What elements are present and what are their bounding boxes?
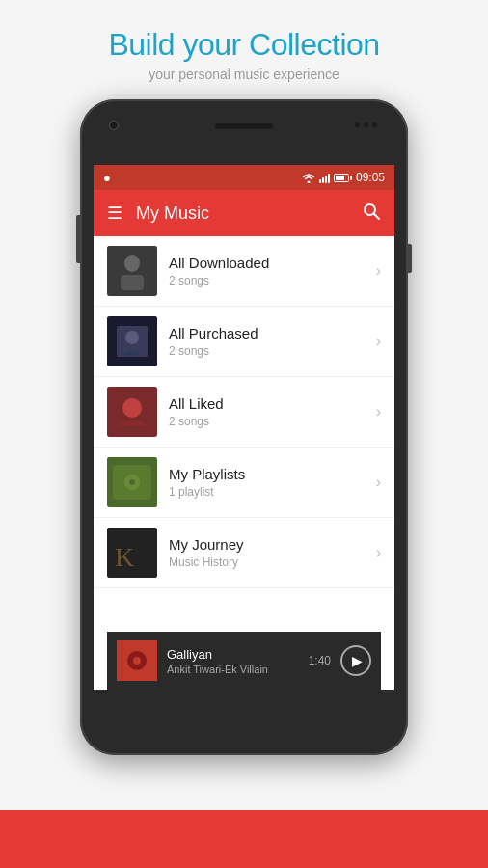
chevron-icon-purchased: › <box>376 333 381 350</box>
svg-line-1 <box>374 213 380 219</box>
item-subtitle-playlists: 1 playlist <box>169 485 365 499</box>
phone-body: ● <box>80 99 408 755</box>
now-playing-bar[interactable]: Galliyan Ankit Tiwari-Ek Villain 1:40 ▶ <box>107 632 381 690</box>
item-info-purchased: All Purchased 2 songs <box>157 325 376 358</box>
item-title-playlists: My Playlists <box>169 466 365 482</box>
phone-mockup: ● <box>80 99 408 755</box>
list-item-all-downloaded[interactable]: All Downloaded 2 songs › <box>94 236 394 307</box>
item-info-playlists: My Playlists 1 playlist <box>157 466 376 499</box>
svg-point-13 <box>129 479 135 485</box>
status-right: 09:05 <box>302 171 385 184</box>
search-icon[interactable] <box>362 202 381 226</box>
page-header: Build your Collection your personal musi… <box>108 0 379 99</box>
battery-body <box>334 174 349 182</box>
chevron-icon-liked: › <box>376 403 381 420</box>
item-info-journey: My Journey Music History <box>157 536 376 569</box>
header-title: Build your Collection <box>108 27 379 63</box>
phone-screen: ● <box>94 165 394 690</box>
phone-dots <box>355 122 377 127</box>
item-thumbnail-downloaded <box>107 246 157 296</box>
wifi-icon <box>302 173 315 183</box>
phone-speaker <box>215 123 273 129</box>
app-bar: ☰ My Music <box>94 190 394 236</box>
list-item-all-purchased[interactable]: All Purchased 2 songs › <box>94 307 394 377</box>
battery-tip <box>350 176 352 180</box>
list-item-my-journey[interactable]: K My Journey Music History › <box>94 518 394 588</box>
item-title-liked: All Liked <box>169 395 365 412</box>
phone-dot <box>355 122 360 127</box>
thumb-img: K <box>107 528 157 578</box>
item-thumbnail-purchased <box>107 316 157 366</box>
item-thumbnail-playlists <box>107 457 157 507</box>
now-playing-title: Galliyan <box>167 647 299 662</box>
thumb-img <box>107 387 157 437</box>
play-button[interactable]: ▶ <box>340 645 371 676</box>
status-time: 09:05 <box>356 171 385 184</box>
power-button[interactable] <box>408 244 412 273</box>
thumb-img <box>107 457 157 507</box>
svg-point-9 <box>122 398 142 418</box>
volume-button[interactable] <box>76 215 80 263</box>
item-title-purchased: All Purchased <box>169 325 365 341</box>
thumb-img <box>107 316 157 366</box>
phone-dot <box>364 122 368 127</box>
phone-camera <box>109 121 119 130</box>
item-thumbnail-liked <box>107 387 157 437</box>
now-playing-time: 1:40 <box>309 654 331 667</box>
app-status-icon: ● <box>103 171 111 185</box>
now-playing-artist: Ankit Tiwari-Ek Villain <box>167 664 299 675</box>
chevron-icon-journey: › <box>376 544 381 561</box>
item-title-downloaded: All Downloaded <box>169 255 365 271</box>
chevron-icon-playlists: › <box>376 474 381 491</box>
chevron-icon-downloaded: › <box>376 262 381 280</box>
hamburger-menu-icon[interactable]: ☰ <box>107 203 122 224</box>
bottom-accent <box>0 810 488 868</box>
now-playing-thumbnail <box>117 640 157 681</box>
svg-point-3 <box>124 255 140 272</box>
phone-dot <box>372 122 377 127</box>
app-bar-title: My Music <box>136 203 348 224</box>
status-bar: ● <box>94 165 394 190</box>
item-info-downloaded: All Downloaded 2 songs <box>157 255 376 287</box>
music-list: All Downloaded 2 songs › <box>94 236 394 588</box>
play-icon: ▶ <box>352 653 363 668</box>
signal-icon <box>319 172 330 183</box>
item-subtitle-liked: 2 songs <box>169 415 365 428</box>
item-info-liked: All Liked 2 songs <box>157 395 376 428</box>
svg-rect-4 <box>121 275 144 290</box>
item-thumbnail-journey: K <box>107 528 157 578</box>
item-subtitle-journey: Music History <box>169 556 365 569</box>
item-title-journey: My Journey <box>169 536 365 553</box>
svg-point-19 <box>133 657 141 665</box>
svg-rect-16 <box>107 528 157 578</box>
battery-icon <box>334 174 352 182</box>
item-subtitle-downloaded: 2 songs <box>169 274 365 287</box>
now-playing-info: Galliyan Ankit Tiwari-Ek Villain <box>167 647 299 675</box>
list-item-my-playlists[interactable]: My Playlists 1 playlist › <box>94 448 394 518</box>
thumb-img <box>107 246 157 296</box>
battery-fill <box>336 176 344 180</box>
list-item-all-liked[interactable]: All Liked 2 songs › <box>94 377 394 448</box>
svg-point-7 <box>125 331 139 344</box>
header-subtitle: your personal music experience <box>108 67 379 82</box>
item-subtitle-purchased: 2 songs <box>169 344 365 358</box>
